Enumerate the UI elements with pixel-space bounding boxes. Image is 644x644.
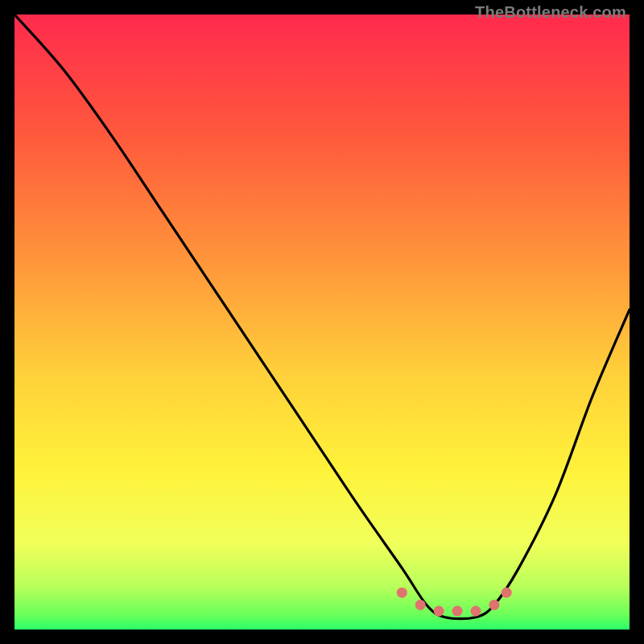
- chart-svg: [14, 14, 630, 630]
- curve-marker: [434, 606, 444, 617]
- watermark-text: TheBottleneck.com: [475, 3, 626, 22]
- curve-marker: [502, 588, 512, 598]
- curve-marker: [489, 600, 499, 610]
- curve-marker: [471, 606, 481, 617]
- plot-background: [14, 14, 630, 630]
- curve-marker: [452, 606, 463, 617]
- curve-marker: [397, 588, 407, 598]
- chart-frame: [14, 14, 630, 630]
- curve-marker: [415, 600, 426, 610]
